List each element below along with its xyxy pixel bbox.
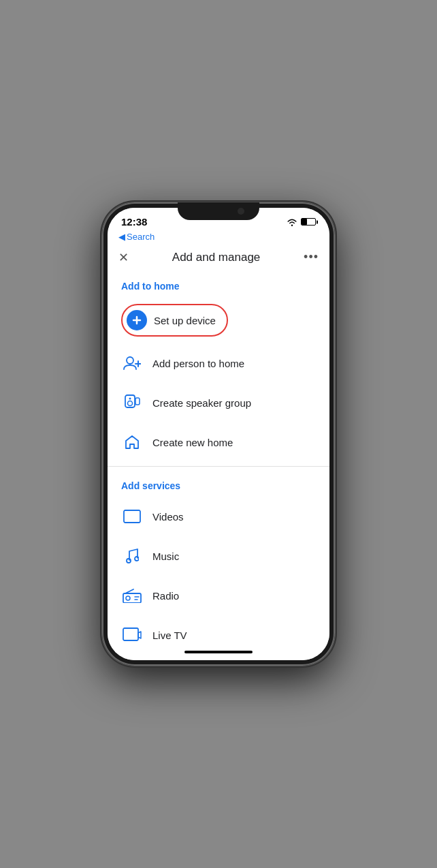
back-arrow-icon: ◀ [118, 232, 125, 242]
plus-icon [131, 315, 142, 326]
add-person-icon [121, 352, 143, 374]
svg-point-7 [129, 398, 131, 400]
svg-point-2 [127, 357, 133, 364]
svg-point-10 [127, 559, 131, 563]
add-person-item[interactable]: Add person to home [108, 343, 329, 383]
videos-label: Videos [152, 511, 184, 523]
radio-item[interactable]: Radio [108, 576, 329, 615]
music-item[interactable]: Music [108, 536, 329, 576]
setup-device-highlight: Set up device [121, 304, 228, 337]
add-person-label: Add person to home [152, 358, 244, 369]
wifi-icon [287, 218, 297, 226]
phone-screen: 12:38 ◀ Search ✕ Add and manage [108, 208, 329, 660]
svg-point-13 [126, 596, 130, 600]
status-time: 12:38 [121, 216, 147, 228]
svg-rect-16 [123, 628, 138, 640]
more-button[interactable]: ••• [304, 250, 319, 264]
header: ✕ Add and manage ••• [108, 245, 329, 271]
music-icon [121, 545, 143, 567]
speaker-group-icon [121, 392, 143, 414]
section-label-add-to-home: Add to home [108, 271, 329, 297]
music-label: Music [152, 551, 179, 562]
home-icon [121, 431, 143, 453]
radio-label: Radio [152, 590, 179, 602]
setup-device-circle [127, 310, 147, 330]
live-tv-item[interactable]: Live TV [108, 615, 329, 647]
battery-icon [301, 218, 316, 226]
videos-item[interactable]: Videos [108, 497, 329, 536]
camera [238, 208, 244, 215]
setup-device-item[interactable]: Set up device [108, 297, 329, 343]
back-nav[interactable]: ◀ Search [108, 230, 329, 245]
radio-icon [121, 585, 143, 606]
home-indicator [108, 647, 329, 660]
back-label: Search [127, 232, 155, 242]
svg-rect-9 [124, 510, 140, 523]
live-tv-label: Live TV [152, 630, 187, 641]
create-new-home-label: Create new home [152, 437, 233, 448]
page-title: Add and manage [172, 251, 261, 264]
notch [178, 202, 259, 220]
setup-device-label: Set up device [154, 315, 216, 326]
phone-frame: 12:38 ◀ Search ✕ Add and manage [102, 202, 335, 666]
svg-point-6 [128, 401, 133, 406]
home-bar [184, 651, 253, 653]
svg-rect-8 [135, 398, 140, 405]
svg-point-11 [135, 557, 139, 561]
section-label-add-services: Add services [108, 471, 329, 497]
close-button[interactable]: ✕ [118, 251, 129, 264]
create-speaker-group-item[interactable]: Create speaker group [108, 383, 329, 422]
content-area: Add to home Set up device [108, 271, 329, 647]
live-tv-icon [121, 624, 143, 646]
divider-1 [108, 466, 329, 467]
status-icons [287, 218, 316, 226]
create-speaker-group-label: Create speaker group [152, 397, 251, 409]
create-new-home-item[interactable]: Create new home [108, 422, 329, 462]
videos-icon [121, 506, 143, 527]
